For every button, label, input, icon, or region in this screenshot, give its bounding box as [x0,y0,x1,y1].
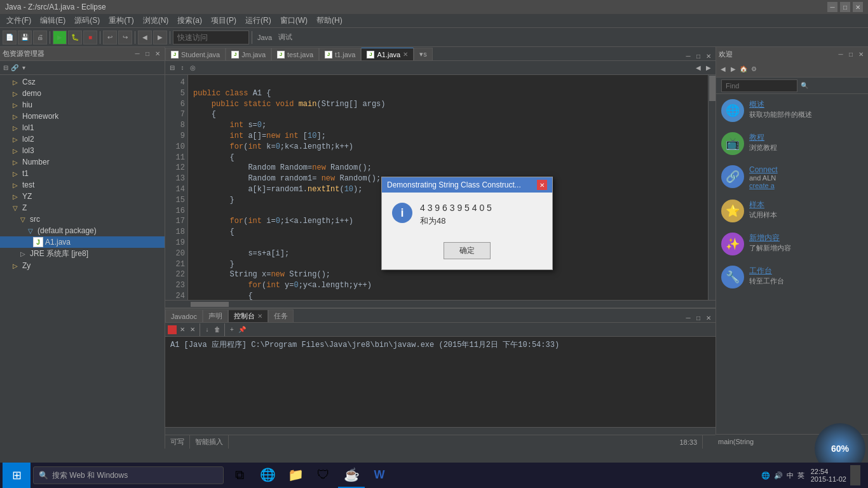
start-button[interactable]: ⊞ [3,463,31,488]
tab-declaration[interactable]: 声明 [203,309,228,322]
back-button[interactable]: ◀ [138,30,152,44]
horizontal-scrollbar[interactable] [165,300,715,308]
menu-navigate[interactable]: 浏览(N) [139,14,173,27]
editor-toolbar-btn3[interactable]: ◎ [188,64,197,72]
console-btn2[interactable]: ✕ [188,325,197,334]
tree-item-src[interactable]: ▽ src [0,214,165,225]
console-clear-btn[interactable]: 🗑 [213,325,222,334]
tree-item-homework[interactable]: ▷ Homework [0,111,165,122]
explorer-menu-button[interactable]: ▾ [19,64,28,72]
forward-button[interactable]: ▶ [153,30,167,44]
dialog-close-button[interactable]: ✕ [537,180,547,190]
tab-overflow[interactable]: ▾s [414,48,433,60]
tree-item-hiu[interactable]: ▷ hiu [0,99,165,111]
workbench-title[interactable]: 工作台 [749,266,784,276]
editor-toolbar-btn1[interactable]: ⊟ [168,64,177,72]
tab-console-close[interactable]: ✕ [257,313,262,320]
tab-student-java[interactable]: J Student.java [165,48,226,60]
link-editor-button[interactable]: 🔗 [10,64,19,72]
tree-item-test[interactable]: ▷ test [0,179,165,191]
maximize-panel-button[interactable]: □ [143,50,152,58]
menu-refactor[interactable]: 重构(T) [105,14,137,27]
tree-item-yz[interactable]: ▷ YZ [0,191,165,202]
welcome-overview[interactable]: 🌐 概述 获取功能部件的概述 [721,99,863,122]
menu-project[interactable]: 项目(P) [207,14,240,27]
console-close-btn[interactable]: ✕ [704,313,713,322]
console-btn1[interactable]: ✕ [178,325,187,334]
overview-title[interactable]: 概述 [749,99,812,110]
taskbar-edge[interactable]: 🌐 [254,463,281,488]
tree-item-lol3[interactable]: ▷ lol3 [0,145,165,156]
welcome-max-btn[interactable]: □ [846,50,855,58]
tree-item-t1[interactable]: ▷ t1 [0,168,165,179]
tab-a1-java[interactable]: J A1.java ✕ [361,48,414,60]
h-scroll-thumb[interactable] [191,302,229,307]
tree-item-demo[interactable]: ▷ demo [0,88,165,99]
connect-title[interactable]: Connect [749,165,778,174]
tree-item-number[interactable]: ▷ Number [0,156,165,168]
tree-item-lol1[interactable]: ▷ lol1 [0,122,165,133]
maximize-button[interactable]: □ [840,2,850,12]
new-button[interactable]: 📄 [3,30,17,44]
tray-time[interactable]: 22:54 2015-11-02 [811,468,846,483]
menu-search[interactable]: 搜索(a) [173,14,206,27]
editor-max-button[interactable]: □ [694,51,703,60]
taskbar-task-view[interactable]: ⧉ [226,463,253,488]
terminate-button[interactable] [168,325,177,334]
dialog-box[interactable]: Demonstrating String Class Construct... … [381,177,553,270]
new-content-title[interactable]: 新增内容 [749,233,791,243]
tree-item-lol2[interactable]: ▷ lol2 [0,133,165,145]
menu-window[interactable]: 窗口(W) [276,14,311,27]
tree-item-default-package[interactable]: ▽ (default package) [0,225,165,236]
collapse-all-button[interactable]: ⊟ [1,64,10,72]
console-scroll-btn[interactable]: ↓ [203,325,212,334]
menu-source[interactable]: 源码(S) [71,14,104,27]
console-new-btn[interactable]: + [227,325,236,334]
editor-toolbar-btn5[interactable]: ▶ [704,64,713,72]
stop-button[interactable]: ■ [83,30,97,44]
welcome-tutorial[interactable]: 📺 教程 浏览教程 [721,132,863,155]
tree-item-zy[interactable]: ▷ Zy [0,260,165,271]
tab-test-java[interactable]: J test.java [271,48,319,60]
console-max-btn[interactable]: □ [694,313,703,322]
tab-t1-java[interactable]: J t1.java [319,48,361,60]
taskbar-security[interactable]: 🛡 [310,463,337,488]
tab-javadoc[interactable]: Javadoc [165,309,203,322]
welcome-samples[interactable]: ⭐ 样本 试用样本 [721,200,863,222]
tree-item-a1-java[interactable]: J A1.java [0,236,165,248]
undo-button[interactable]: ↩ [103,30,117,44]
editor-close-button[interactable]: ✕ [704,51,713,60]
menu-run[interactable]: 运行(R) [241,14,275,27]
minimize-button[interactable]: ─ [827,2,837,12]
save-button[interactable]: 💾 [18,30,32,44]
menu-edit[interactable]: 编辑(E) [36,14,69,27]
console-min-btn[interactable]: ─ [684,313,693,322]
editor-toolbar-btn4[interactable]: ◀ [694,64,703,72]
scroll-thumb[interactable] [709,76,715,101]
show-desktop-button[interactable] [850,465,860,485]
tree-item-jre[interactable]: ▷ JRE 系统库 [jre8] [0,248,165,260]
welcome-tb-btn1[interactable]: ◀ [719,65,728,74]
run-button[interactable]: ▶ [53,30,67,44]
tab-jm-java[interactable]: J Jm.java [226,48,271,60]
welcome-tb-btn4[interactable]: ⚙ [749,65,758,74]
menu-help[interactable]: 帮助(H) [313,14,346,27]
samples-title[interactable]: 样本 [749,200,777,210]
close-a1-java-button[interactable]: ✕ [403,51,408,58]
dialog-ok-button[interactable]: 确定 [444,242,491,259]
taskbar-word[interactable]: W [366,463,393,488]
tab-tasks[interactable]: 任务 [268,309,294,322]
taskbar-search[interactable]: 🔍 搜索 Web 和 Windows [33,466,224,484]
editor-min-button[interactable]: ─ [684,51,693,60]
close-button[interactable]: ✕ [853,2,863,12]
menu-file[interactable]: 文件(F) [3,14,35,27]
tutorial-title[interactable]: 教程 [749,132,777,143]
welcome-close-btn[interactable]: ✕ [857,50,865,58]
close-panel-button[interactable]: ✕ [153,50,162,58]
console-pin-btn[interactable]: 📌 [238,325,247,334]
editor-scrollbar[interactable] [708,75,715,300]
welcome-workbench[interactable]: 🔧 工作台 转至工作台 [721,266,863,288]
connect-create[interactable]: create a [749,182,778,189]
tree-item-z[interactable]: ▽ Z [0,202,165,214]
debug-button[interactable]: 🐛 [68,30,82,44]
